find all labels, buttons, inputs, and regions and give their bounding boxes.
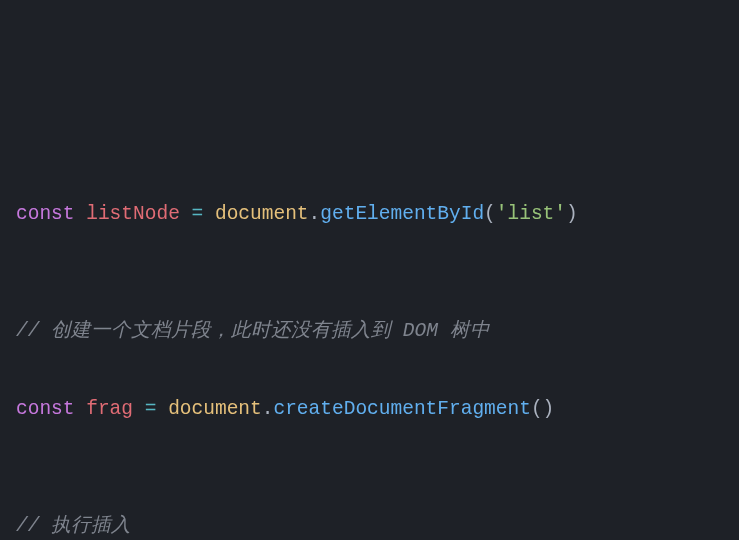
code-line-1: const listNode = document.getElementById… [16,195,739,234]
var-frag: frag [86,398,133,420]
paren-close: ) [566,203,578,225]
comment: // 创建一个文档片段，此时还没有插入到 DOM 树中 [16,320,490,342]
code-line-3: // 创建一个文档片段，此时还没有插入到 DOM 树中 [16,312,739,351]
fn-createDocumentFragment: createDocumentFragment [273,398,530,420]
dot: . [309,203,321,225]
keyword-const: const [16,203,75,225]
code-line-6: // 执行插入 [16,507,739,540]
dot: . [262,398,274,420]
fn-getElementById: getElementById [320,203,484,225]
ident-document: document [215,203,309,225]
op-assign: = [192,203,204,225]
parens: () [531,398,554,420]
string-list: 'list' [496,203,566,225]
code-block: const listNode = document.getElementById… [16,156,739,540]
op-assign: = [145,398,157,420]
paren-open: ( [484,203,496,225]
code-line-4: const frag = document.createDocumentFrag… [16,390,739,429]
comment: // 执行插入 [16,515,131,537]
ident-document: document [168,398,262,420]
var-listNode: listNode [86,203,180,225]
keyword-const: const [16,398,75,420]
